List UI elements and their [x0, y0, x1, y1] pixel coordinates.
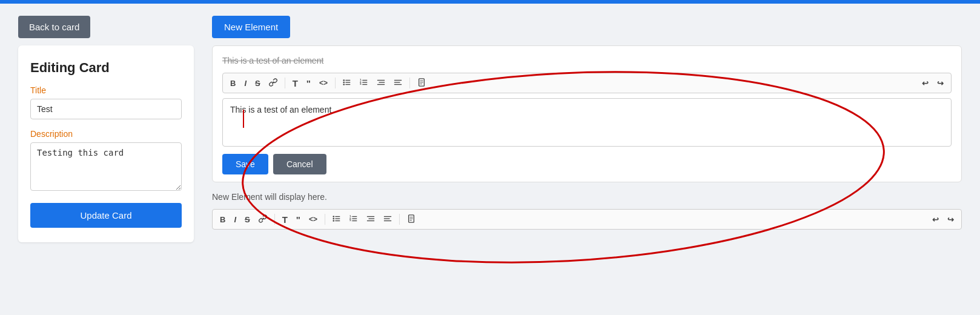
italic-button[interactable]: I	[240, 77, 250, 90]
title-input[interactable]	[30, 99, 182, 119]
undo-button[interactable]: ↩	[918, 77, 932, 90]
card-form: Editing Card Title Description Testing t…	[18, 45, 194, 242]
second-strikethrough-button[interactable]: S	[241, 213, 254, 226]
svg-point-22	[333, 216, 334, 217]
svg-point-0	[343, 79, 345, 81]
second-heading-button[interactable]: T	[279, 213, 291, 227]
update-card-button[interactable]: Update Card	[30, 203, 182, 228]
editor-content[interactable]: This is a test of an element	[222, 98, 952, 147]
cancel-button[interactable]: Cancel	[273, 154, 326, 174]
svg-point-26	[333, 220, 334, 222]
title-label: Title	[30, 85, 182, 95]
second-code-button[interactable]: <>	[305, 213, 321, 225]
right-panel: New Element This is a test of an element…	[212, 16, 962, 303]
redo-button[interactable]: ↪	[933, 77, 947, 90]
second-bold-button[interactable]: B	[216, 213, 229, 226]
description-field-group: Description Testing this card	[30, 129, 182, 191]
second-indent-left-button[interactable]	[363, 212, 379, 227]
code-button[interactable]: <>	[316, 77, 331, 89]
ordered-list-button[interactable]: 1.2.3.	[356, 76, 372, 90]
second-toolbar-sep-3	[399, 214, 400, 225]
back-to-card-button[interactable]: Back to card	[18, 16, 90, 38]
indent-right-button[interactable]	[390, 76, 406, 90]
svg-text:3.: 3.	[349, 219, 352, 222]
undo-redo-group: ↩ ↪	[918, 77, 947, 90]
second-undo-redo-group: ↩ ↪	[929, 213, 958, 226]
strikethrough-button[interactable]: S	[251, 77, 264, 90]
svg-point-4	[343, 84, 345, 85]
left-panel: Back to card Editing Card Title Descript…	[18, 16, 194, 303]
second-bullet-button[interactable]	[329, 212, 345, 227]
description-label: Description	[30, 129, 182, 139]
attachment-button[interactable]	[414, 76, 429, 90]
editor-area: This is a test of an element B I S T " <…	[212, 45, 962, 182]
second-editor-row: New Element will display here. B I S T "…	[212, 185, 962, 230]
new-element-button[interactable]: New Element	[212, 16, 290, 38]
second-ordered-button[interactable]: 1.2.3.	[346, 212, 362, 227]
toolbar-sep-1	[285, 78, 285, 88]
second-link-button[interactable]	[255, 212, 271, 227]
element-label: This is a test of an element	[222, 56, 952, 65]
second-indent-right-button[interactable]	[380, 212, 396, 227]
quote-button[interactable]: "	[303, 76, 314, 90]
second-editor-toolbar: B I S T " <> 1.2.3.	[212, 209, 962, 230]
second-toolbar-sep-1	[274, 214, 275, 225]
second-undo-button[interactable]: ↩	[929, 213, 942, 226]
title-field-group: Title	[30, 85, 182, 119]
second-redo-button[interactable]: ↪	[944, 213, 958, 226]
card-form-title: Editing Card	[30, 60, 182, 76]
editor-actions: Save Cancel	[222, 154, 952, 174]
second-attachment-button[interactable]	[403, 212, 419, 227]
svg-point-2	[343, 82, 345, 84]
bullet-list-button[interactable]	[339, 76, 355, 90]
toolbar-sep-2	[335, 78, 336, 88]
svg-point-24	[333, 218, 334, 220]
toolbar-sep-3	[409, 78, 410, 88]
save-button[interactable]: Save	[222, 154, 268, 174]
description-textarea[interactable]: Testing this card	[30, 142, 182, 191]
second-quote-button[interactable]: "	[293, 213, 304, 227]
new-element-placeholder: New Element will display here.	[212, 185, 962, 205]
editor-toolbar: B I S T " <> 1.	[222, 73, 952, 93]
indent-left-button[interactable]	[373, 76, 389, 90]
heading-button[interactable]: T	[289, 76, 302, 90]
link-button[interactable]	[265, 76, 281, 90]
second-italic-button[interactable]: I	[230, 213, 240, 226]
svg-text:3.: 3.	[360, 82, 362, 85]
bold-button[interactable]: B	[227, 77, 239, 90]
second-toolbar-sep-2	[325, 214, 325, 225]
